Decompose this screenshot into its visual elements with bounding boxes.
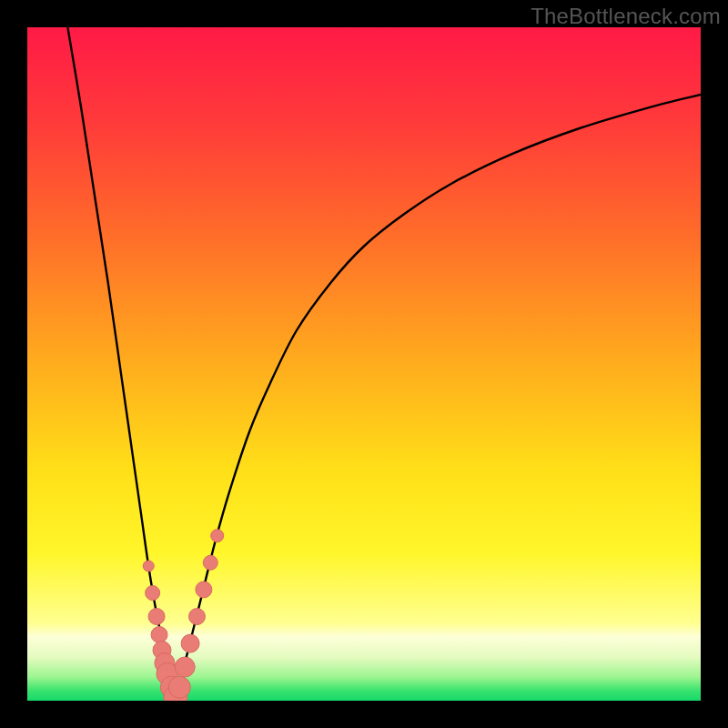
- marker-point: [211, 530, 224, 542]
- plot-area: [27, 27, 701, 701]
- marker-group: [143, 530, 223, 701]
- marker-point: [148, 609, 165, 625]
- marker-point: [196, 581, 212, 598]
- marker-point: [181, 634, 199, 652]
- outer-frame: TheBottleneck.com: [0, 0, 728, 728]
- curve-right-branch: [176, 95, 701, 701]
- curve-left-branch: [67, 27, 175, 701]
- marker-point: [146, 586, 160, 601]
- marker-point: [143, 561, 154, 571]
- marker-point: [188, 609, 205, 625]
- marker-point: [203, 555, 217, 570]
- chart-svg: [27, 27, 701, 701]
- watermark-text: TheBottleneck.com: [531, 4, 721, 29]
- marker-point: [168, 676, 190, 698]
- marker-point: [151, 626, 167, 642]
- marker-point: [175, 657, 195, 677]
